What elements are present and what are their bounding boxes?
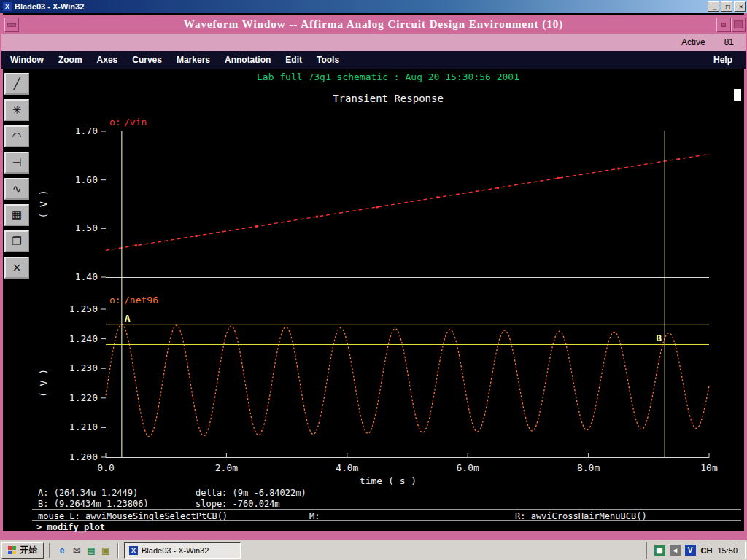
quick-launch-bar: e✉▤▣ xyxy=(55,544,112,557)
vin-point xyxy=(497,187,499,189)
vin-point xyxy=(196,235,198,237)
xwin32-task-icon: X xyxy=(129,546,138,555)
waveform-window-title: Waveform Window -- Affirma Analog Circui… xyxy=(184,18,564,31)
x-axis-label: time ( s ) xyxy=(360,475,417,486)
vin-point xyxy=(135,244,137,246)
windows-logo-icon xyxy=(8,546,17,555)
legend-symbol-0: o: xyxy=(109,117,121,128)
status-separator-top xyxy=(32,509,741,510)
menu-zoom[interactable]: Zoom xyxy=(58,55,82,65)
ie-icon[interactable]: e xyxy=(55,544,69,557)
menu-curves[interactable]: Curves xyxy=(132,55,162,65)
volume-tray-icon[interactable]: ◄ xyxy=(670,545,681,556)
y-tick-label: 1.200 xyxy=(69,451,98,462)
waveform-window-titlebar[interactable]: Waveform Window -- Affirma Analog Circui… xyxy=(1,15,746,34)
y-tick-label: 1.250 xyxy=(69,303,98,314)
x-tick-label: 8.0m xyxy=(577,462,600,473)
active-count: 81 xyxy=(724,37,734,47)
y-tick-label: 1.240 xyxy=(69,333,98,344)
window-menu-button[interactable] xyxy=(4,18,19,32)
vin-point xyxy=(376,206,379,208)
scroll-indicator[interactable] xyxy=(734,89,741,101)
net96-trace[interactable] xyxy=(106,324,709,437)
vin-point xyxy=(617,168,619,170)
delta-readout: delta: (9m -6.84022m) xyxy=(196,488,306,498)
display-tray-icon[interactable]: ▦ xyxy=(654,545,665,556)
tray-icons: ▦◄V xyxy=(654,545,696,556)
x-window-border-bottom xyxy=(0,531,747,540)
taskbar: 开始 e✉▤▣ X Blade03 - X-Win32 ▦◄V CH 15:50 xyxy=(0,540,747,560)
y-axis-label-1: ( V ) xyxy=(38,369,49,397)
menu-tools[interactable]: Tools xyxy=(317,55,339,65)
marker-b-readout: B: (9.26434m 1.23806) xyxy=(38,499,149,509)
os-close-button[interactable]: × xyxy=(734,1,746,12)
desktop-icon[interactable]: ▤ xyxy=(85,544,98,557)
legend-label-0[interactable]: /vin- xyxy=(124,117,152,128)
taskbar-divider xyxy=(49,543,50,558)
y-tick-label: 1.220 xyxy=(69,392,98,403)
menu-help[interactable]: Help xyxy=(713,55,732,65)
active-status-row: Active 81 xyxy=(1,34,746,51)
system-tray: ▦◄V CH 15:50 xyxy=(646,542,746,559)
marker-a-readout: A: (264.34u 1.2449) xyxy=(38,488,138,498)
menu-window[interactable]: Window xyxy=(10,55,44,65)
x-tick-label: 10m xyxy=(700,462,718,473)
plot-title: Transient Response xyxy=(333,93,444,104)
menu-markers[interactable]: Markers xyxy=(177,55,210,65)
menu-edit[interactable]: Edit xyxy=(285,55,302,65)
marker-a-label: A xyxy=(125,313,131,324)
y-axis-label-0: ( V ) xyxy=(38,190,49,218)
taskbar-divider-2 xyxy=(117,543,119,558)
x-tick-label: 4.0m xyxy=(336,462,358,473)
start-label: 开始 xyxy=(20,544,37,556)
os-window-title: Blade03 - X-Win32 xyxy=(15,2,706,11)
legend-label-1[interactable]: /net96 xyxy=(124,295,158,306)
y-tick-label: 1.230 xyxy=(69,362,98,373)
menubar: WindowZoomAxesCurvesMarkersAnnotationEdi… xyxy=(1,51,746,69)
vin-point xyxy=(436,196,438,198)
command-prompt[interactable]: > modify_plot xyxy=(36,522,105,532)
os-maximize-button[interactable]: □ xyxy=(721,1,732,12)
os-titlebar: X Blade03 - X-Win32 _ □ × xyxy=(0,0,747,13)
language-indicator[interactable]: CH xyxy=(701,546,713,555)
xwin32-app-icon: X xyxy=(3,2,12,11)
x-minimize-button[interactable] xyxy=(716,18,731,32)
folder-icon[interactable]: ▣ xyxy=(99,544,112,557)
x-tick-label: 0.0 xyxy=(97,462,114,473)
antivirus-tray-icon[interactable]: V xyxy=(685,545,696,556)
y-tick-label: 1.50 xyxy=(75,222,98,233)
menu-items: WindowZoomAxesCurvesMarkersAnnotationEdi… xyxy=(10,55,339,65)
plot-area[interactable]: Lab full_73g1 schematic : Aug 20 15:30:5… xyxy=(0,70,747,491)
menu-annotation[interactable]: Annotation xyxy=(225,55,271,65)
os-minimize-button[interactable]: _ xyxy=(708,1,719,12)
status-separator-bottom xyxy=(32,520,741,521)
task-button-label: Blade03 - X-Win32 xyxy=(142,546,209,555)
start-button[interactable]: 开始 xyxy=(1,542,44,559)
slope-readout: slope: -760.024m xyxy=(196,499,280,509)
plot-subtitle: Lab full_73g1 schematic : Aug 20 15:30:5… xyxy=(257,71,519,82)
active-label: Active xyxy=(681,37,705,47)
y-tick-label: 1.70 xyxy=(75,125,98,136)
y-tick-label: 1.210 xyxy=(69,421,98,432)
y-tick-label: 1.40 xyxy=(75,271,98,282)
legend-symbol-1: o: xyxy=(109,295,121,306)
clock: 15:50 xyxy=(717,546,738,555)
y-tick-label: 1.60 xyxy=(75,174,98,185)
vin-point xyxy=(255,225,258,228)
vin-point xyxy=(557,177,560,179)
task-button-xwin32[interactable]: X Blade03 - X-Win32 xyxy=(124,542,241,559)
vin-point xyxy=(678,158,680,160)
menu-axes[interactable]: Axes xyxy=(97,55,118,65)
x-tick-label: 6.0m xyxy=(457,462,479,473)
marker-b-label: B xyxy=(656,332,662,343)
x-maximize-button[interactable] xyxy=(731,18,746,32)
mail-icon[interactable]: ✉ xyxy=(70,544,83,557)
x-tick-label: 2.0m xyxy=(215,462,238,473)
vin-point xyxy=(316,216,318,218)
